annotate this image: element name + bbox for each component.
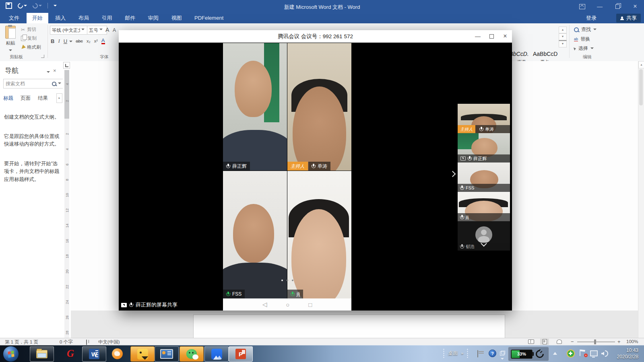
share-button[interactable]: 共享 bbox=[616, 14, 641, 23]
vertical-scrollbar[interactable]: ▴ bbox=[638, 61, 644, 338]
font-color-button[interactable]: A bbox=[101, 38, 105, 44]
show-hidden-icons-button[interactable] bbox=[553, 352, 557, 355]
superscript-button[interactable]: x² bbox=[94, 39, 98, 43]
nav-tab-results[interactable]: 结果 bbox=[38, 95, 48, 102]
video-tile-jlj[interactable]: jlj bbox=[287, 171, 351, 298]
tab-references[interactable]: 引用 bbox=[96, 13, 118, 23]
tab-mailings[interactable]: 邮件 bbox=[119, 13, 141, 23]
zoom-slider-thumb[interactable] bbox=[594, 339, 596, 344]
video-tile-shantao[interactable]: 主持人 单涛 bbox=[287, 43, 351, 171]
sign-in-button[interactable]: 登录 bbox=[586, 13, 597, 23]
scrollbar-thumb[interactable] bbox=[639, 69, 643, 105]
volume-tray-icon[interactable] bbox=[601, 350, 608, 357]
desktop-toolbar-label[interactable]: 桌面 bbox=[448, 350, 458, 357]
word-close-button[interactable]: × bbox=[626, 0, 644, 13]
subscript-button[interactable]: x₂ bbox=[87, 39, 91, 43]
print-layout-button[interactable] bbox=[540, 339, 549, 345]
copy-button[interactable]: 复制 bbox=[21, 35, 37, 41]
styles-scroll-down-button[interactable]: ▾ bbox=[559, 33, 567, 40]
thumbnail-jlj[interactable]: jlj bbox=[458, 192, 510, 221]
taskbar-tencent-meeting-button[interactable] bbox=[204, 346, 229, 362]
styles-scroll-up-button[interactable]: ▴ bbox=[559, 27, 567, 33]
taskbar-powerpoint-button[interactable]: P bbox=[229, 346, 253, 362]
tab-layout[interactable]: 布局 bbox=[73, 13, 95, 23]
start-button[interactable] bbox=[3, 346, 19, 362]
taskbar-word-button[interactable]: W bbox=[82, 346, 106, 362]
meeting-titlebar[interactable]: 腾讯会议 会议号：992 261 572 — × bbox=[119, 30, 512, 43]
tab-stop-selector[interactable] bbox=[63, 62, 70, 69]
battery-indicator[interactable]: 33% bbox=[511, 350, 533, 359]
paste-caret-icon[interactable] bbox=[9, 49, 12, 53]
styles-more-button[interactable]: ▾ bbox=[559, 40, 567, 47]
taskbar-cheetah-browser-button[interactable] bbox=[105, 346, 129, 361]
nav-close-button[interactable]: × bbox=[53, 68, 56, 74]
ribbon-display-options-button[interactable] bbox=[573, 0, 591, 13]
toolbar-grip[interactable] bbox=[443, 348, 445, 358]
taskbar-explorer-button[interactable] bbox=[30, 346, 54, 362]
zoom-slider-track[interactable] bbox=[577, 341, 615, 342]
nav-tabs-overflow-button[interactable]: ▸ bbox=[56, 93, 62, 103]
taskbar-red-g-app-button[interactable]: G bbox=[59, 346, 82, 361]
word-minimize-button[interactable]: — bbox=[591, 0, 609, 13]
toolbar-grip[interactable] bbox=[466, 348, 469, 358]
find-button[interactable]: 查找 bbox=[574, 26, 597, 33]
taskbar-display-settings-button[interactable] bbox=[155, 346, 179, 362]
zoom-out-button[interactable]: − bbox=[571, 339, 574, 345]
page-indicator[interactable]: 第 1 页，共 1 页 bbox=[5, 339, 38, 345]
language-indicator[interactable]: 中文(中国) bbox=[98, 339, 120, 345]
meeting-minimize-button[interactable]: — bbox=[471, 30, 485, 42]
strikethrough-button[interactable]: abc bbox=[76, 39, 83, 43]
android-recents-icon[interactable]: □ bbox=[308, 301, 312, 308]
language-bar-restore-button[interactable] bbox=[500, 350, 504, 361]
tab-file[interactable]: 文件 bbox=[3, 13, 25, 23]
shrink-font-button[interactable]: A bbox=[113, 27, 116, 33]
proofing-status-icon[interactable] bbox=[86, 339, 87, 345]
tab-insert[interactable]: 插入 bbox=[50, 13, 71, 23]
nav-options-caret-icon[interactable] bbox=[47, 71, 50, 74]
action-center-flag-icon[interactable]: × bbox=[580, 350, 587, 357]
taskbar-yellow-app-button[interactable] bbox=[130, 346, 155, 362]
input-method-keyboard-icon[interactable] bbox=[477, 350, 478, 358]
thumbnail-xuezhenghui[interactable]: 薛正辉 bbox=[458, 133, 510, 162]
video-tile-fss[interactable]: FSS bbox=[223, 171, 287, 298]
help-tray-icon[interactable]: ? bbox=[489, 350, 496, 357]
cut-button[interactable]: ✂剪切 bbox=[21, 27, 36, 33]
nav-tab-headings[interactable]: 标题 bbox=[3, 95, 13, 102]
underline-button[interactable]: U bbox=[64, 38, 67, 44]
grow-font-button[interactable]: A bbox=[105, 27, 109, 33]
format-painter-button[interactable]: 格式刷 bbox=[21, 44, 41, 50]
video-tile-xuezhenghui[interactable]: 薛正辉 bbox=[223, 43, 287, 171]
meeting-close-button[interactable]: × bbox=[498, 30, 512, 42]
replace-button[interactable]: ab替换 bbox=[574, 36, 590, 43]
document-page[interactable] bbox=[193, 315, 505, 338]
meeting-maximize-button[interactable] bbox=[485, 30, 498, 42]
underline-caret-icon[interactable] bbox=[69, 41, 72, 44]
font-name-select[interactable]: 等线 (中文正文 bbox=[50, 26, 88, 35]
thumbnail-shantao[interactable]: 主持人 单涛 bbox=[458, 104, 510, 133]
font-size-select[interactable]: 五号 bbox=[87, 26, 107, 35]
network-tray-icon[interactable] bbox=[590, 350, 598, 356]
search-icon[interactable] bbox=[52, 82, 56, 86]
scroll-up-button[interactable]: ▴ bbox=[638, 61, 644, 68]
italic-button[interactable]: I bbox=[58, 38, 60, 44]
tab-pdfelement[interactable]: PDFelement bbox=[189, 13, 229, 23]
web-layout-button[interactable] bbox=[555, 339, 564, 345]
taskbar-wechat-button[interactable] bbox=[180, 346, 204, 362]
tab-review[interactable]: 审阅 bbox=[142, 13, 164, 23]
tab-view[interactable]: 视图 bbox=[165, 13, 187, 23]
bold-button[interactable]: B bbox=[51, 38, 54, 44]
clipboard-dialog-launcher-icon[interactable] bbox=[41, 55, 44, 58]
word-count[interactable]: 0 个字 bbox=[60, 339, 73, 345]
android-back-icon[interactable]: ◁ bbox=[262, 301, 267, 308]
thumbnail-fss[interactable]: FSS bbox=[458, 162, 510, 192]
toolbar-overflow-chevrons[interactable]: » bbox=[461, 351, 463, 356]
zoom-level[interactable]: 100% bbox=[626, 339, 638, 344]
antivirus-tray-icon[interactable] bbox=[567, 350, 575, 358]
thumbnail-yuhao[interactable]: 郁浩 bbox=[458, 221, 510, 251]
read-mode-button[interactable] bbox=[526, 339, 535, 345]
zoom-in-button[interactable]: + bbox=[617, 339, 621, 345]
search-caret-icon[interactable] bbox=[58, 82, 61, 86]
word-restore-button[interactable] bbox=[609, 0, 626, 13]
select-button[interactable]: 选择 bbox=[574, 45, 594, 52]
document-search-input[interactable]: 搜索文档 bbox=[3, 79, 64, 88]
